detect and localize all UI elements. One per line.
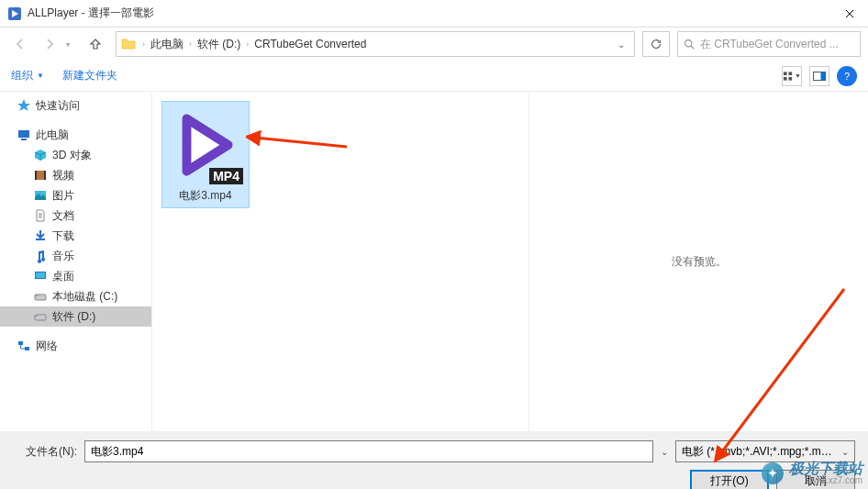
search-input[interactable]: 在 CRTubeGet Converted ... xyxy=(677,31,861,57)
svg-rect-5 xyxy=(788,76,792,80)
disk-icon xyxy=(33,289,48,304)
view-large-icons-button[interactable]: ▼ xyxy=(782,66,802,86)
watermark: ✦ 极光下载站 www.xz7.com xyxy=(762,461,862,485)
sidebar: 快速访问 此电脑 3D 对象 视频 图片 文档 下载 音乐 xyxy=(0,92,152,431)
cube-icon xyxy=(33,148,48,162)
filename-input[interactable] xyxy=(84,440,653,462)
watermark-logo-icon: ✦ xyxy=(762,462,784,484)
sidebar-network[interactable]: 网络 xyxy=(0,336,151,356)
filename-label: 文件名(N): xyxy=(13,444,77,460)
preview-pane-button[interactable] xyxy=(809,66,829,86)
preview-pane: 没有预览。 xyxy=(529,92,868,431)
breadcrumb-item[interactable]: CRTubeGet Converted xyxy=(250,32,370,56)
close-button[interactable] xyxy=(831,0,868,28)
svg-point-1 xyxy=(685,39,692,46)
window-title: ALLPlayer - 選擇一部電影 xyxy=(28,6,831,21)
sidebar-quick-access[interactable]: 快速访问 xyxy=(0,95,151,116)
sidebar-downloads[interactable]: 下载 xyxy=(0,226,151,246)
sidebar-music[interactable]: 音乐 xyxy=(0,246,151,266)
history-dropdown[interactable]: ▾ xyxy=(66,40,79,49)
picture-icon xyxy=(33,188,48,203)
svg-rect-16 xyxy=(35,295,46,300)
svg-rect-3 xyxy=(788,72,792,75)
chevron-right-icon[interactable]: › xyxy=(140,39,147,49)
svg-rect-15 xyxy=(36,272,45,278)
monitor-icon xyxy=(17,128,31,142)
file-ext-badge: MP4 xyxy=(209,168,243,184)
address-dropdown[interactable]: ⌄ xyxy=(612,39,630,50)
chevron-down-icon: ▼ xyxy=(37,72,44,80)
sidebar-videos[interactable]: 视频 xyxy=(0,165,151,185)
sidebar-disk-d[interactable]: 软件 (D:) xyxy=(0,306,151,327)
sidebar-pictures[interactable]: 图片 xyxy=(0,185,151,206)
search-placeholder: 在 CRTubeGet Converted ... xyxy=(700,37,854,52)
svg-rect-4 xyxy=(784,76,787,80)
music-icon xyxy=(33,249,48,263)
download-icon xyxy=(33,228,48,243)
file-thumbnail: MP4 xyxy=(166,106,245,184)
svg-rect-7 xyxy=(821,72,826,80)
sidebar-desktop[interactable]: 桌面 xyxy=(0,266,151,286)
chevron-down-icon: ⌄ xyxy=(841,447,849,457)
navbar: ▾ › 此电脑 › 软件 (D:) › CRTubeGet Converted … xyxy=(0,28,868,61)
dialog-bottom: 文件名(N): ⌄ 电影 (*.rmvb;*.AVI;*.mpg;*.mp4..… xyxy=(0,431,868,489)
new-folder-button[interactable]: 新建文件夹 xyxy=(62,68,117,83)
svg-rect-9 xyxy=(21,139,27,140)
help-button[interactable]: ? xyxy=(837,66,857,86)
svg-rect-20 xyxy=(18,341,23,345)
content-area: 快速访问 此电脑 3D 对象 视频 图片 文档 下载 音乐 xyxy=(0,92,868,431)
breadcrumb-item[interactable]: 此电脑 xyxy=(147,32,187,56)
toolbar: 组织 ▼ 新建文件夹 ▼ ? xyxy=(0,61,868,92)
folder-icon xyxy=(120,36,137,52)
breadcrumb-item[interactable]: 软件 (D:) xyxy=(194,32,244,56)
sidebar-3dobjects[interactable]: 3D 对象 xyxy=(0,145,151,165)
video-icon xyxy=(33,168,48,183)
chevron-right-icon[interactable]: › xyxy=(244,39,250,49)
svg-rect-18 xyxy=(35,315,46,320)
preview-text: 没有预览。 xyxy=(672,254,727,270)
app-icon xyxy=(7,6,22,21)
star-icon xyxy=(17,98,31,113)
watermark-text: 极光下载站 xyxy=(789,461,862,476)
refresh-button[interactable] xyxy=(642,31,670,57)
sidebar-documents[interactable]: 文档 xyxy=(0,206,151,226)
chevron-right-icon[interactable]: › xyxy=(187,39,194,49)
chevron-down-icon[interactable]: ⌄ xyxy=(661,447,668,457)
document-icon xyxy=(33,208,48,223)
svg-rect-2 xyxy=(784,72,787,75)
svg-rect-11 xyxy=(35,171,37,180)
watermark-url: www.xz7.com xyxy=(789,476,862,485)
file-item[interactable]: MP4 电影3.mp4 xyxy=(161,101,250,208)
organize-button[interactable]: 组织 ▼ xyxy=(11,68,44,83)
desktop-icon xyxy=(33,269,48,283)
file-name-label: 电影3.mp4 xyxy=(179,188,231,204)
forward-button[interactable] xyxy=(37,31,62,57)
file-list[interactable]: MP4 电影3.mp4 xyxy=(152,92,529,431)
disk-icon xyxy=(33,309,48,324)
svg-rect-17 xyxy=(36,295,38,296)
titlebar: ALLPlayer - 選擇一部電影 xyxy=(0,0,868,28)
up-button[interactable] xyxy=(83,31,108,57)
open-button[interactable]: 打开(O) xyxy=(690,470,769,489)
network-icon xyxy=(17,339,31,353)
sidebar-this-pc[interactable]: 此电脑 xyxy=(0,125,151,145)
sidebar-disk-c[interactable]: 本地磁盘 (C:) xyxy=(0,286,151,306)
svg-rect-21 xyxy=(25,347,29,350)
svg-rect-19 xyxy=(36,316,38,317)
filetype-select[interactable]: 电影 (*.rmvb;*.AVI;*.mpg;*.mp4...) ⌄ xyxy=(675,440,855,462)
svg-rect-8 xyxy=(18,130,29,138)
address-bar[interactable]: › 此电脑 › 软件 (D:) › CRTubeGet Converted ⌄ xyxy=(116,31,635,57)
back-button[interactable] xyxy=(7,31,33,57)
svg-rect-12 xyxy=(44,171,46,180)
